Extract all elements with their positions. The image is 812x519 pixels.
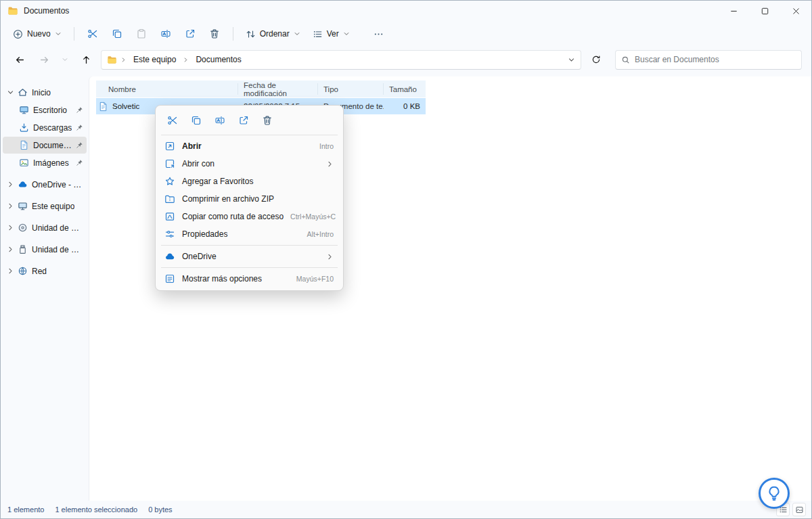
minimize-button[interactable] xyxy=(718,1,749,21)
text-document-icon xyxy=(98,101,108,112)
more-options-icon xyxy=(164,273,175,284)
column-header-nombre[interactable]: Nombre xyxy=(96,83,238,95)
recent-locations-button[interactable] xyxy=(59,50,71,69)
new-button[interactable]: Nuevo xyxy=(7,26,67,43)
refresh-button[interactable] xyxy=(587,50,606,69)
rename-button[interactable] xyxy=(210,111,230,130)
chevron-right-icon[interactable] xyxy=(7,202,14,210)
copy-icon xyxy=(191,115,202,126)
desktop-icon xyxy=(19,105,30,116)
context-menu: Abrir Intro Abrir con Agregar a Favorito… xyxy=(155,105,344,291)
sort-icon xyxy=(246,29,256,39)
documents-icon xyxy=(19,140,30,151)
breadcrumb-documentos[interactable]: Documentos xyxy=(192,53,244,66)
menu-item-comprimir-zip[interactable]: Comprimir en archivo ZIP xyxy=(158,190,340,208)
ellipsis-icon xyxy=(374,29,384,39)
toolbar-separator xyxy=(233,27,233,41)
cut-button[interactable] xyxy=(162,111,183,130)
menu-item-agregar-favoritos[interactable]: Agregar a Favoritos xyxy=(158,173,340,190)
address-bar[interactable]: Este equipo Documentos xyxy=(101,50,581,70)
menu-item-abrir-con[interactable]: Abrir con xyxy=(158,155,340,173)
chevron-right-icon[interactable] xyxy=(7,246,14,253)
menu-item-label: Abrir con xyxy=(182,159,319,168)
sidebar-item-onedrive[interactable]: OneDrive - Personal xyxy=(3,176,87,193)
menu-item-label: Comprimir en archivo ZIP xyxy=(182,194,334,204)
item-count: 1 elemento xyxy=(7,505,44,514)
column-header-tamano[interactable]: Tamaño xyxy=(384,83,426,95)
open-icon xyxy=(164,141,175,152)
hint-bulb-badge[interactable] xyxy=(759,478,790,509)
forward-button[interactable] xyxy=(35,50,53,69)
copy-button[interactable] xyxy=(106,24,129,43)
sidebar-item-label: Imágenes xyxy=(33,158,69,168)
copy-path-icon xyxy=(164,211,175,222)
chevron-right-icon[interactable] xyxy=(7,181,14,188)
chevron-right-icon[interactable] xyxy=(7,224,14,231)
lightbulb-icon xyxy=(766,485,782,501)
downloads-icon xyxy=(19,122,30,133)
cut-icon xyxy=(167,115,178,126)
maximize-button[interactable] xyxy=(749,1,780,21)
menu-item-mostrar-mas-opciones[interactable]: Mostrar más opciones Mayús+F10 xyxy=(158,270,340,288)
sidebar-item-dvd[interactable]: Unidad de DVD (D:) xyxy=(3,219,87,236)
up-button[interactable] xyxy=(76,50,95,69)
explorer-window: Documentos Nuevo Ordenar Ver xyxy=(0,0,812,519)
paste-button[interactable] xyxy=(130,24,153,43)
sidebar-item-imagenes[interactable]: Imágenes xyxy=(3,154,87,171)
titlebar: Documentos xyxy=(1,1,811,21)
menu-item-onedrive[interactable]: OneDrive xyxy=(158,248,340,265)
share-button[interactable] xyxy=(233,111,254,130)
usb-drive-icon xyxy=(18,244,28,255)
delete-button[interactable] xyxy=(203,24,226,43)
column-headers: Nombre Fecha de modificación Tipo Tamaño xyxy=(96,81,426,97)
menu-divider xyxy=(161,245,338,246)
sidebar-item-escritorio[interactable]: Escritorio xyxy=(3,101,87,118)
menu-item-propiedades[interactable]: Propiedades Alt+Intro xyxy=(158,225,340,243)
column-header-tipo[interactable]: Tipo xyxy=(318,83,384,95)
chevron-down-icon xyxy=(55,30,62,37)
search-input[interactable] xyxy=(635,55,796,64)
sidebar-item-label: OneDrive - Personal xyxy=(32,180,83,189)
chevron-down-icon[interactable] xyxy=(7,89,14,96)
copy-button[interactable] xyxy=(186,111,206,130)
menu-item-label: Copiar como ruta de acceso xyxy=(182,212,284,221)
more-commands-button[interactable] xyxy=(367,24,390,43)
cut-button[interactable] xyxy=(81,24,104,43)
submenu-chevron-icon xyxy=(326,253,334,261)
sort-button[interactable]: Ordenar xyxy=(240,26,306,43)
sidebar-item-descargas[interactable]: Descargas xyxy=(3,119,87,136)
sidebar-item-este-equipo[interactable]: Este equipo xyxy=(3,198,87,215)
chevron-right-icon xyxy=(183,57,189,63)
toolbar-separator xyxy=(74,27,74,41)
delete-button[interactable] xyxy=(257,111,277,130)
share-button[interactable] xyxy=(179,24,202,43)
chevron-right-icon[interactable] xyxy=(7,267,14,275)
sidebar-item-label: Descargas xyxy=(33,123,72,133)
address-dropdown-icon[interactable] xyxy=(568,56,575,64)
view-button[interactable]: Ver xyxy=(307,26,355,43)
new-button-label: Nuevo xyxy=(27,29,51,39)
cut-icon xyxy=(87,28,98,39)
back-button[interactable] xyxy=(10,50,29,69)
open-with-icon xyxy=(164,158,175,169)
view-icon xyxy=(313,29,323,39)
large-icons-view-button[interactable] xyxy=(792,503,806,516)
column-header-fecha[interactable]: Fecha de modificación xyxy=(238,83,318,95)
rename-button[interactable] xyxy=(154,24,177,43)
menu-item-label: Mostrar más opciones xyxy=(182,274,290,284)
breadcrumb-este-equipo[interactable]: Este equipo xyxy=(130,53,179,66)
menu-item-shortcut: Intro xyxy=(319,142,334,150)
context-menu-icon-row xyxy=(158,108,340,133)
zip-icon xyxy=(164,194,175,204)
sidebar-item-documentos[interactable]: Documentos xyxy=(3,137,87,154)
file-size: 0 KB xyxy=(384,102,426,110)
sidebar-item-usb[interactable]: Unidad de USB (E:) xyxy=(3,241,87,258)
rename-icon xyxy=(215,115,225,126)
pin-icon xyxy=(76,159,83,166)
close-button[interactable] xyxy=(780,1,811,21)
trash-icon xyxy=(209,28,220,39)
menu-item-copiar-ruta[interactable]: Copiar como ruta de acceso Ctrl+Mayús+C xyxy=(158,208,340,225)
sidebar-item-red[interactable]: Red xyxy=(3,263,87,279)
sidebar-item-inicio[interactable]: Inicio xyxy=(3,84,87,101)
menu-item-abrir[interactable]: Abrir Intro xyxy=(158,137,340,155)
